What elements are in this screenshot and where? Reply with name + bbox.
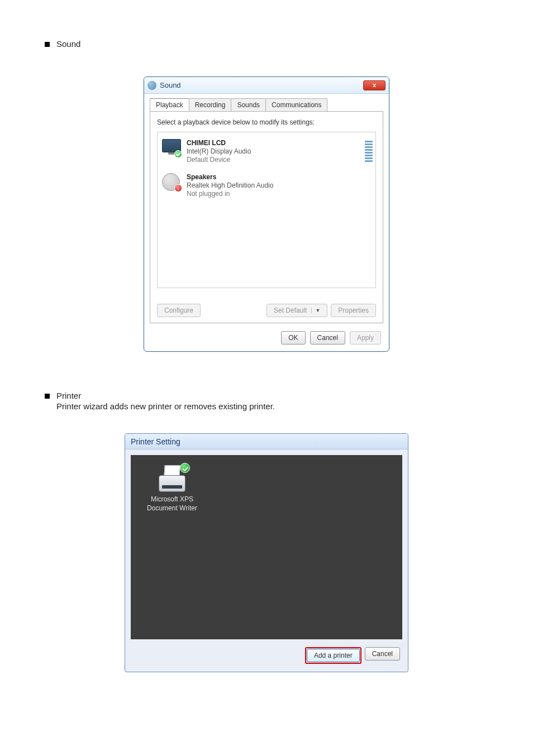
speaker-icon xyxy=(162,173,181,191)
ok-button[interactable]: OK xyxy=(281,331,305,344)
device-subtitle: Intel(R) Display Audio xyxy=(187,147,251,156)
default-check-icon xyxy=(174,150,182,158)
set-default-button[interactable]: Set Default ▼ xyxy=(266,304,327,317)
printer-list-area: Microsoft XPS Document Writer xyxy=(131,455,402,639)
properties-button[interactable]: Properties xyxy=(331,304,376,317)
printer-bullet-label: Printer xyxy=(56,391,275,400)
tab-sounds[interactable]: Sounds xyxy=(231,98,266,111)
tab-communications[interactable]: Communications xyxy=(265,98,327,111)
bullet-square xyxy=(45,42,50,47)
add-printer-highlight: Add a printer xyxy=(305,647,361,664)
bullet-square xyxy=(45,394,50,399)
sound-icon xyxy=(147,81,156,90)
monitor-icon xyxy=(162,139,181,157)
printer-label-line1: Microsoft XPS xyxy=(139,495,206,504)
add-printer-button[interactable]: Add a printer xyxy=(307,649,360,662)
sound-dialog: Sound x Playback Recording Sounds Commun… xyxy=(144,76,389,352)
apply-button[interactable]: Apply xyxy=(350,331,381,344)
printer-icon xyxy=(156,465,188,492)
printer-bullet-desc: Printer wizard adds new printer or remov… xyxy=(56,401,275,411)
printer-bullet-row: Printer Printer wizard adds new printer … xyxy=(45,391,488,411)
device-name: Speakers xyxy=(187,173,273,181)
device-item-chimei[interactable]: CHIMEI LCD Intel(R) Display Audio Defaul… xyxy=(161,137,372,166)
device-name: CHIMEI LCD xyxy=(187,139,251,147)
printer-titlebar: Printer Setting xyxy=(125,434,408,449)
printer-title: Printer Setting xyxy=(131,437,180,446)
sound-title: Sound xyxy=(160,81,363,89)
unplugged-icon xyxy=(174,184,182,192)
cancel-button[interactable]: Cancel xyxy=(310,331,345,344)
sound-titlebar: Sound x xyxy=(144,77,389,94)
printer-label-line2: Document Writer xyxy=(139,504,206,513)
tab-recording[interactable]: Recording xyxy=(189,98,232,111)
device-status: Default Device xyxy=(187,156,251,164)
device-status: Not plugged in xyxy=(187,190,273,198)
printer-setting-dialog: Printer Setting Microsoft XPS Document W… xyxy=(125,433,408,672)
close-button[interactable]: x xyxy=(363,80,386,90)
printer-dialog-footer: Add a printer Cancel xyxy=(125,645,408,672)
device-list: CHIMEI LCD Intel(R) Display Audio Defaul… xyxy=(157,132,376,288)
sound-bullet-row: Sound xyxy=(45,39,488,49)
set-default-label: Set Default xyxy=(274,307,307,314)
printer-item-xps[interactable]: Microsoft XPS Document Writer xyxy=(139,465,206,513)
level-meter-icon xyxy=(365,138,373,162)
tab-description: Select a playback device below to modify… xyxy=(157,118,376,126)
device-button-row: Configure Set Default ▼ Properties xyxy=(157,304,376,317)
tab-strip: Playback Recording Sounds Communications xyxy=(144,94,389,111)
device-subtitle: Realtek High Definition Audio xyxy=(187,181,273,190)
close-icon: x xyxy=(373,82,376,88)
tab-playback[interactable]: Playback xyxy=(150,98,189,111)
sound-bullet-label: Sound xyxy=(56,39,80,49)
chevron-down-icon: ▼ xyxy=(311,308,320,313)
printer-cancel-button[interactable]: Cancel xyxy=(365,647,400,661)
tab-body: Select a playback device below to modify… xyxy=(150,111,383,323)
device-item-speakers[interactable]: Speakers Realtek High Definition Audio N… xyxy=(161,171,372,200)
configure-button[interactable]: Configure xyxy=(157,304,201,317)
default-check-icon xyxy=(180,463,190,473)
sound-dialog-footer: OK Cancel Apply xyxy=(144,328,389,351)
